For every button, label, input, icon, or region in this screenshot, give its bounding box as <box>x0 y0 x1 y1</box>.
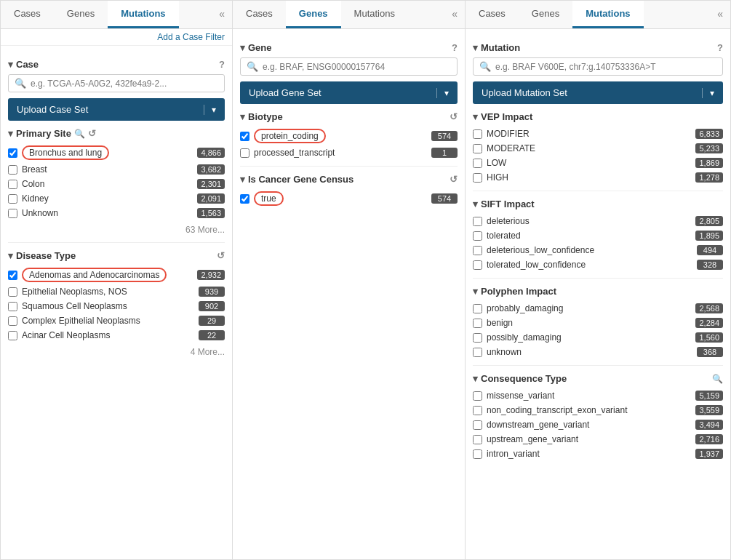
complex-label[interactable]: Complex Epithelial Neoplasms <box>22 316 199 326</box>
acinar-checkbox[interactable] <box>8 331 17 340</box>
downstream-gene-variant-checkbox[interactable] <box>473 420 482 430</box>
intron-variant-label[interactable]: intron_variant <box>487 449 695 459</box>
right-collapse-btn[interactable]: « <box>710 1 730 28</box>
primary-site-search-icon[interactable]: 🔍 <box>74 129 85 139</box>
middle-collapse-btn[interactable]: « <box>444 1 465 28</box>
left-tab-genes[interactable]: Genes <box>54 1 108 28</box>
mutation-help-icon[interactable]: ? <box>717 42 723 53</box>
colon-label[interactable]: Colon <box>22 179 197 189</box>
breast-label[interactable]: Breast <box>22 164 197 175</box>
benign-label[interactable]: benign <box>487 318 695 328</box>
tolerated-label[interactable]: tolerated <box>487 231 695 241</box>
unknown-count: 1,563 <box>197 208 225 218</box>
downstream-gene-variant-label[interactable]: downstream_gene_variant <box>487 420 695 430</box>
gene-caret: ▾ <box>240 42 245 53</box>
non-coding-transcript-checkbox[interactable] <box>473 406 482 415</box>
primary-site-title: Primary Site <box>16 128 71 139</box>
upstream-gene-variant-label[interactable]: upstream_gene_variant <box>487 434 695 444</box>
gene-search-input[interactable] <box>263 62 451 72</box>
upload-gene-set-button[interactable]: Upload Gene Set ▾ <box>240 81 458 104</box>
upload-case-arrow[interactable]: ▾ <box>204 105 216 115</box>
primary-site-more[interactable]: 63 More... <box>8 223 225 236</box>
case-help-icon[interactable]: ? <box>219 59 225 70</box>
deleterious-label[interactable]: deleterious <box>487 216 695 226</box>
cancer-gene-refresh-icon[interactable]: ↺ <box>450 174 458 185</box>
upload-case-set-button[interactable]: Upload Case Set ▾ <box>8 98 225 121</box>
tolerated-low-confidence-label[interactable]: tolerated_low_confidence <box>487 260 697 270</box>
processed-transcript-checkbox[interactable] <box>240 148 249 158</box>
case-search-input[interactable] <box>31 79 218 89</box>
missense-variant-checkbox[interactable] <box>473 391 482 401</box>
benign-checkbox[interactable] <box>473 319 482 328</box>
adenomas-checkbox[interactable] <box>8 271 17 280</box>
intron-variant-checkbox[interactable] <box>473 449 482 459</box>
middle-tab-mutations[interactable]: Mutations <box>341 1 408 28</box>
moderate-checkbox[interactable] <box>473 144 482 153</box>
unknown-polyphen-checkbox[interactable] <box>473 348 482 357</box>
unknown-label[interactable]: Unknown <box>22 208 197 218</box>
right-tab-genes[interactable]: Genes <box>519 1 572 28</box>
complex-checkbox[interactable] <box>8 316 17 326</box>
epithelial-label[interactable]: Epithelial Neoplasms, NOS <box>22 287 199 297</box>
bronchus-label[interactable]: Bronchus and lung <box>22 145 197 160</box>
bronchus-checkbox[interactable] <box>8 148 17 158</box>
left-tab-mutations[interactable]: Mutations <box>108 1 178 28</box>
kidney-checkbox[interactable] <box>8 194 17 204</box>
add-case-filter-link[interactable]: Add a Case Filter <box>1 29 232 46</box>
low-label[interactable]: LOW <box>487 158 695 168</box>
upload-mutation-arrow[interactable]: ▾ <box>702 88 714 98</box>
acinar-label[interactable]: Acinar Cell Neoplasms <box>22 330 199 340</box>
primary-site-refresh-icon[interactable]: ↺ <box>88 128 96 139</box>
mutation-search-input[interactable] <box>495 62 716 72</box>
tolerated-checkbox[interactable] <box>473 231 482 241</box>
missense-variant-label[interactable]: missense_variant <box>487 391 695 401</box>
modifier-label[interactable]: MODIFIER <box>487 129 695 139</box>
adenomas-label[interactable]: Adenomas and Adenocarcinomas <box>22 268 197 282</box>
right-tab-mutations[interactable]: Mutations <box>572 1 643 28</box>
possibly-damaging-count: 1,560 <box>695 332 723 343</box>
high-label[interactable]: HIGH <box>487 172 695 183</box>
probably-damaging-label[interactable]: probably_damaging <box>487 303 695 313</box>
kidney-label[interactable]: Kidney <box>22 193 197 204</box>
deleterious-low-confidence-checkbox[interactable] <box>473 246 482 255</box>
non-coding-transcript-label[interactable]: non_coding_transcript_exon_variant <box>487 405 695 415</box>
low-checkbox[interactable] <box>473 159 482 168</box>
processed-transcript-label[interactable]: processed_transcript <box>254 148 431 158</box>
high-checkbox[interactable] <box>473 173 482 183</box>
middle-tab-cases[interactable]: Cases <box>233 1 286 28</box>
right-tab-cases[interactable]: Cases <box>466 1 519 28</box>
consequence-search-icon[interactable]: 🔍 <box>712 374 723 384</box>
upload-gene-arrow[interactable]: ▾ <box>436 88 449 98</box>
protein-coding-label[interactable]: protein_coding <box>254 129 431 143</box>
left-collapse-btn[interactable]: « <box>212 1 232 28</box>
disease-type-refresh-icon[interactable]: ↺ <box>217 250 225 261</box>
deleterious-low-confidence-label[interactable]: deleterious_low_confidence <box>487 245 697 255</box>
possibly-damaging-checkbox[interactable] <box>473 333 482 343</box>
epithelial-checkbox[interactable] <box>8 287 17 297</box>
tolerated-low-confidence-checkbox[interactable] <box>473 260 482 270</box>
deleterious-checkbox[interactable] <box>473 217 482 226</box>
upload-mutation-set-button[interactable]: Upload Mutation Set ▾ <box>473 81 723 104</box>
biotype-refresh-icon[interactable]: ↺ <box>450 111 458 122</box>
true-checkbox[interactable] <box>240 194 249 204</box>
possibly-damaging-label[interactable]: possibly_damaging <box>487 332 695 343</box>
disease-type-more[interactable]: 4 More... <box>8 345 225 359</box>
gene-help-icon[interactable]: ? <box>452 42 458 53</box>
moderate-label[interactable]: MODERATE <box>487 143 695 153</box>
protein-coding-checkbox[interactable] <box>240 132 249 141</box>
probably-damaging-checkbox[interactable] <box>473 304 482 313</box>
modifier-checkbox[interactable] <box>473 129 482 139</box>
breast-checkbox[interactable] <box>8 165 17 175</box>
middle-tab-genes[interactable]: Genes <box>286 1 341 28</box>
colon-checkbox[interactable] <box>8 180 17 189</box>
true-label[interactable]: true <box>254 191 431 206</box>
left-panel: Cases Genes Mutations « Add a Case Filte… <box>0 0 233 560</box>
cancer-gene-census-title: Is Cancer Gene Census <box>248 174 353 185</box>
left-tab-cases[interactable]: Cases <box>1 1 54 28</box>
upstream-gene-variant-checkbox[interactable] <box>473 435 482 444</box>
squamous-label[interactable]: Squamous Cell Neoplasms <box>22 301 199 311</box>
unknown-checkbox[interactable] <box>8 209 17 218</box>
unknown-polyphen-label[interactable]: unknown <box>487 347 697 357</box>
squamous-checkbox[interactable] <box>8 302 17 311</box>
protein-coding-circled: protein_coding <box>254 129 326 143</box>
